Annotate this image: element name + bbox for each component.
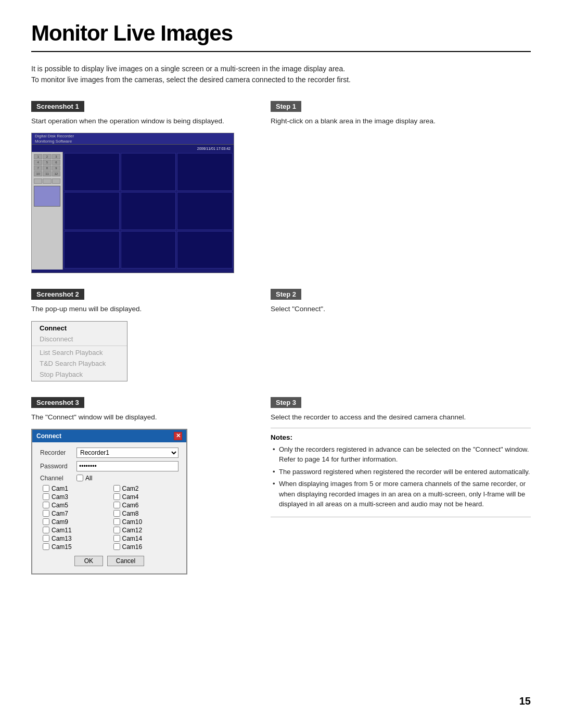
cancel-button[interactable]: Cancel	[107, 556, 144, 566]
cam-btn: 5	[43, 160, 51, 165]
password-label: Password	[40, 463, 76, 470]
menu-connect[interactable]: Connect	[32, 323, 127, 334]
screenshot1-section: Screenshot 1 Start operation when the op…	[31, 101, 255, 273]
step3-label: Step 3	[271, 397, 301, 408]
cam-btn: 1	[34, 154, 42, 159]
cam-cam4[interactable]: Cam4	[113, 493, 179, 501]
cam-cam12[interactable]: Cam12	[113, 527, 179, 534]
cam-btn: 10	[34, 171, 42, 176]
screenshot1-desc: Start operation when the operation windo…	[31, 116, 255, 126]
cam-btn: 3	[52, 154, 60, 159]
password-row: Password	[40, 461, 178, 471]
cam-btn: 7	[34, 165, 42, 171]
channel-label: Channel	[40, 475, 76, 482]
step2-desc: Select "Connect".	[271, 304, 531, 314]
close-button[interactable]: ✕	[174, 432, 182, 440]
ok-button[interactable]: OK	[74, 556, 103, 566]
cam-cam2[interactable]: Cam2	[113, 485, 179, 492]
screenshot2-desc: The pop-up menu will be displayed.	[31, 304, 255, 314]
dvr-cell	[121, 153, 176, 191]
dvr-cell	[121, 192, 176, 230]
step1-desc: Right-click on a blank area in the image…	[271, 116, 531, 126]
cam-cam5[interactable]: Cam5	[43, 502, 108, 509]
cam-btn: 11	[43, 171, 51, 176]
title-divider	[31, 51, 531, 52]
page-number: 15	[519, 695, 531, 707]
step2-section: Step 2 Select "Connect".	[271, 289, 531, 381]
cam-cam15[interactable]: Cam15	[43, 543, 108, 551]
dvr-preview	[34, 186, 60, 207]
all-checkbox-label[interactable]: All	[76, 475, 92, 482]
cam-cam9[interactable]: Cam9	[43, 518, 108, 526]
dvr-window: Digital Disk RecorderMonitoring Software…	[31, 133, 234, 273]
menu-disconnect: Disconnect	[32, 334, 127, 344]
step2-label: Step 2	[271, 289, 301, 300]
menu-stop-playback: Stop Playback	[32, 369, 127, 380]
screenshot2-label: Screenshot 2	[31, 289, 84, 300]
menu-list-search: List Search Playback	[32, 347, 127, 358]
connect-body: Recorder Recorder1 Password Channel All	[32, 442, 186, 573]
intro-text: It is possible to display live images on…	[31, 63, 531, 85]
dvr-cell	[177, 153, 233, 191]
dvr-content	[63, 152, 234, 270]
recorder-select[interactable]: Recorder1	[76, 448, 178, 458]
timestamp-bar: 2006/11/01 17:03:42	[32, 145, 234, 152]
screenshot3-label: Screenshot 3	[31, 397, 84, 408]
channel-row: Channel All	[40, 475, 178, 482]
section-2: Screenshot 2 The pop-up menu will be dis…	[31, 289, 531, 381]
dvr-main: 1 2 3 4 5 6 7 8 9 10 11 12	[32, 152, 234, 270]
screenshot2-section: Screenshot 2 The pop-up menu will be dis…	[31, 289, 255, 381]
recorder-label: Recorder	[40, 449, 76, 456]
step3-desc: Select the recorder to access and the de…	[271, 412, 531, 423]
cam-cam1[interactable]: Cam1	[43, 485, 108, 492]
step1-section: Step 1 Right-click on a blank area in th…	[271, 101, 531, 273]
notes-box: Notes: Only the recorders registered in …	[271, 428, 531, 517]
dvr-cell	[177, 192, 233, 230]
connect-titlebar: Connect ✕	[32, 430, 186, 442]
cam-cam11[interactable]: Cam11	[43, 527, 108, 534]
menu-tad-search: T&D Search Playback	[32, 358, 127, 369]
recorder-row: Recorder Recorder1	[40, 448, 178, 458]
cam-btn: 4	[34, 160, 42, 165]
section-1: Screenshot 1 Start operation when the op…	[31, 101, 531, 273]
cam-cam16[interactable]: Cam16	[113, 543, 179, 551]
cam-cam6[interactable]: Cam6	[113, 502, 179, 509]
screenshot3-section: Screenshot 3 The "Connect" window will b…	[31, 397, 255, 574]
note-2: The password registered when registered …	[271, 467, 531, 477]
cam-cam3[interactable]: Cam3	[43, 493, 108, 501]
cam-cam10[interactable]: Cam10	[113, 518, 179, 526]
notes-list: Only the recorders registered in advance…	[271, 444, 531, 509]
dvr-titlebar-text: Digital Disk RecorderMonitoring Software	[35, 134, 74, 144]
dvr-sidebar: 1 2 3 4 5 6 7 8 9 10 11 12	[32, 152, 63, 270]
context-menu: Connect Disconnect List Search Playback …	[31, 321, 127, 381]
dialog-buttons: OK Cancel	[40, 556, 178, 568]
cam-btn: 6	[52, 160, 60, 165]
cam-btn: 2	[43, 154, 51, 159]
dvr-cam-grid: 1 2 3 4 5 6 7 8 9 10 11 12	[34, 154, 60, 176]
page-title: Monitor Live Images	[31, 21, 531, 46]
all-label: All	[85, 475, 92, 482]
section-3: Screenshot 3 The "Connect" window will b…	[31, 397, 531, 574]
dvr-cell	[177, 231, 233, 269]
dvr-cell	[64, 231, 120, 269]
dvr-cell	[121, 231, 176, 269]
cameras-grid: Cam1 Cam2 Cam3 Cam4 Cam5 Cam6 Cam7 Cam8 …	[43, 485, 178, 551]
cam-btn: 12	[52, 171, 60, 176]
cam-cam14[interactable]: Cam14	[113, 535, 179, 542]
password-input[interactable]	[76, 461, 178, 471]
cam-cam8[interactable]: Cam8	[113, 510, 179, 517]
step3-section: Step 3 Select the recorder to access and…	[271, 397, 531, 517]
timestamp: 2006/11/01 17:03:42	[197, 147, 231, 150]
note-3: When displaying images from 5 or more ca…	[271, 479, 531, 509]
note-1: Only the recorders registered in advance…	[271, 444, 531, 465]
connect-dialog-title: Connect	[36, 432, 61, 440]
connect-dialog: Connect ✕ Recorder Recorder1 Password Ch…	[31, 429, 187, 574]
cam-cam7[interactable]: Cam7	[43, 510, 108, 517]
cam-btn: 8	[43, 165, 51, 171]
notes-title: Notes:	[271, 433, 531, 441]
dvr-titlebar: Digital Disk RecorderMonitoring Software	[32, 133, 234, 145]
cam-cam13[interactable]: Cam13	[43, 535, 108, 542]
all-checkbox[interactable]	[76, 475, 83, 481]
screenshot1-label: Screenshot 1	[31, 101, 84, 112]
screenshot3-desc: The "Connect" window will be displayed.	[31, 412, 255, 423]
